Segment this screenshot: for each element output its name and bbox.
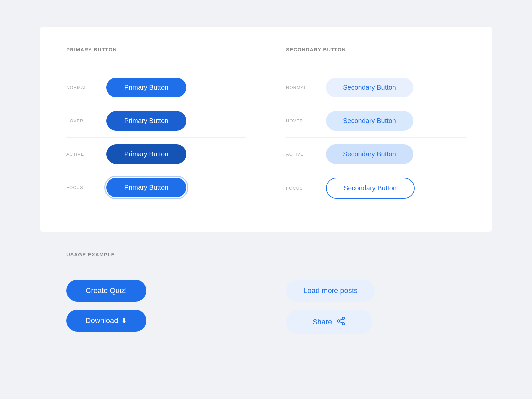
primary-hover-row: HOVER Primary Button xyxy=(66,104,246,138)
download-icon: ⬇ xyxy=(121,317,127,325)
create-quiz-button[interactable]: Create Quiz! xyxy=(66,280,146,302)
usage-columns: Create Quiz! Download ⬇ Load more posts … xyxy=(66,280,466,334)
secondary-normal-label: NORMAL xyxy=(286,85,326,90)
secondary-focus-label: FOCUS xyxy=(286,186,326,191)
load-more-label: Load more posts xyxy=(303,286,358,295)
secondary-button-hover[interactable]: Secondary Button xyxy=(326,111,413,131)
download-label: Download xyxy=(86,316,118,325)
primary-button-active[interactable]: Primary Button xyxy=(106,144,186,164)
usage-secondary-col: Load more posts Share xyxy=(286,280,466,334)
secondary-focus-row: FOCUS Secondary Button xyxy=(286,171,466,205)
primary-button-focus[interactable]: Primary Button xyxy=(106,178,186,197)
secondary-active-label: ACTIVE xyxy=(286,152,326,157)
secondary-button-focus[interactable]: Secondary Button xyxy=(326,178,415,199)
usage-divider xyxy=(66,263,466,263)
secondary-section-title: SECONDARY BUTTON xyxy=(286,47,466,52)
primary-button-normal[interactable]: Primary Button xyxy=(106,78,186,97)
secondary-hover-label: HOVER xyxy=(286,118,326,123)
secondary-normal-row: NORMAL Secondary Button xyxy=(286,71,466,104)
usage-inner: USAGE EXAMPLE Create Quiz! Download ⬇ xyxy=(66,252,466,334)
secondary-button-active[interactable]: Secondary Button xyxy=(326,144,413,164)
primary-button-group: PRIMARY BUTTON NORMAL Primary Button HOV… xyxy=(66,47,246,205)
primary-active-row: ACTIVE Primary Button xyxy=(66,138,246,171)
secondary-hover-row: HOVER Secondary Button xyxy=(286,104,466,138)
share-label: Share xyxy=(313,318,332,326)
usage-title: USAGE EXAMPLE xyxy=(66,252,466,257)
download-button[interactable]: Download ⬇ xyxy=(66,310,146,332)
primary-hover-label: HOVER xyxy=(66,118,106,123)
secondary-button-normal[interactable]: Secondary Button xyxy=(326,78,413,97)
svg-line-4 xyxy=(340,319,342,321)
primary-focus-label: FOCUS xyxy=(66,185,106,190)
share-icon xyxy=(336,316,346,327)
top-section: PRIMARY BUTTON NORMAL Primary Button HOV… xyxy=(40,27,492,232)
secondary-button-group: SECONDARY BUTTON NORMAL Secondary Button… xyxy=(286,47,466,205)
create-quiz-label: Create Quiz! xyxy=(86,286,127,295)
svg-line-3 xyxy=(340,322,342,323)
primary-normal-label: NORMAL xyxy=(66,85,106,90)
primary-section-title: PRIMARY BUTTON xyxy=(66,47,246,52)
primary-divider xyxy=(66,58,246,58)
share-button[interactable]: Share xyxy=(286,310,372,334)
usage-primary-col: Create Quiz! Download ⬇ xyxy=(66,280,246,334)
primary-button-hover[interactable]: Primary Button xyxy=(106,111,186,131)
usage-section: USAGE EXAMPLE Create Quiz! Download ⬇ xyxy=(40,245,492,354)
page-container: PRIMARY BUTTON NORMAL Primary Button HOV… xyxy=(0,0,532,399)
primary-active-label: ACTIVE xyxy=(66,152,106,157)
secondary-divider xyxy=(286,58,466,58)
primary-focus-row: FOCUS Primary Button xyxy=(66,171,246,204)
load-more-button[interactable]: Load more posts xyxy=(286,280,375,302)
primary-normal-row: NORMAL Primary Button xyxy=(66,71,246,104)
secondary-active-row: ACTIVE Secondary Button xyxy=(286,138,466,171)
